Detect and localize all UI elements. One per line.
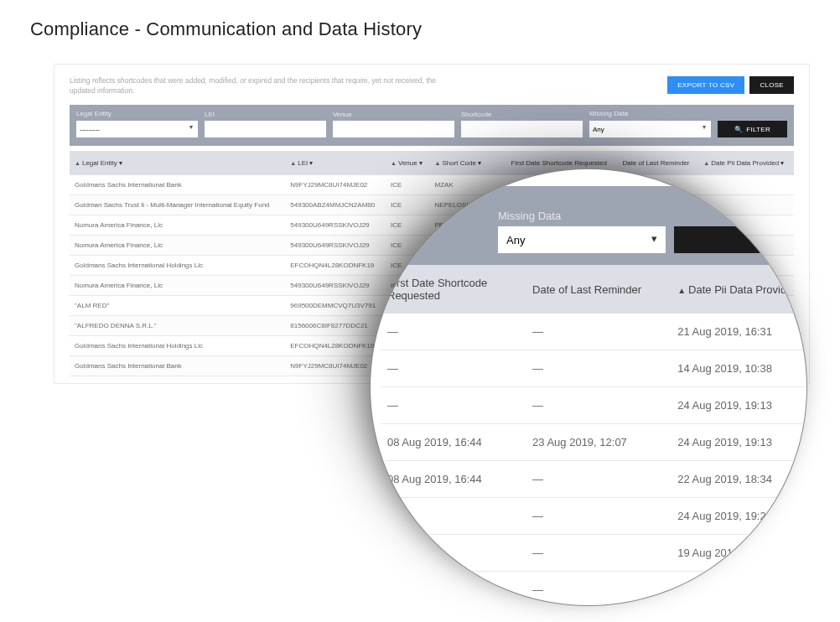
dropdown-icon: ▾: [309, 159, 313, 167]
close-button[interactable]: CLOSE: [749, 76, 794, 94]
cell-lei: 549300ABZ4MMJCN2AM80: [285, 195, 386, 215]
lens-row[interactable]: ——21 Aug 2019, 16:31: [381, 314, 806, 350]
lens-cell-pii: 21 Aug 2019, 16:31: [671, 314, 806, 350]
lens-cell-last: —: [526, 350, 671, 387]
lens-cell-first: 08 Aug 2019, 16:44: [381, 424, 526, 461]
lens-cell-last: —: [526, 461, 671, 498]
filter-button[interactable]: 🔍 FILTER: [718, 121, 787, 137]
col-short-code[interactable]: ▲Short Code ▾: [430, 151, 506, 175]
lens-cell-pii: 19 Aug 2019, 00:00: [671, 535, 806, 572]
col-venue[interactable]: ▲Venue ▾: [386, 151, 429, 175]
cell-lei: 549300U649RSSKIVOJ29: [285, 215, 386, 236]
lens-cell-last: —: [526, 314, 671, 350]
cell-entity: Nomura America Finance, Llc: [70, 276, 285, 296]
sort-icon: ▲: [703, 160, 709, 166]
lens-row[interactable]: 08 Aug 2019, 16:4423 Aug 2019, 12:0724 A…: [381, 424, 806, 461]
lens-cell-pii: 24 Aug 2019, 19:13: [671, 387, 806, 424]
shortcode-input[interactable]: [461, 121, 583, 137]
search-icon: 🔍: [734, 126, 743, 133]
lens-cell-pii: 14 Aug 2019, 10:38: [671, 350, 806, 387]
lens-cell-pii: —: [671, 572, 806, 606]
filter-label: Legal Entity: [76, 110, 198, 117]
cell-lei: 549300U649RSSKIVOJ29: [285, 236, 386, 256]
lens-cell-first: 08 Aug 2019, 16:44: [381, 461, 526, 498]
lens-table: First Date Shortcode Requested Date of L…: [381, 265, 806, 605]
lens-cell-first: —: [381, 350, 526, 387]
cell-entity: Nomura America Finance, Llc: [70, 215, 285, 236]
legal-entity-select[interactable]: ---------: [76, 121, 198, 137]
lens-row[interactable]: 08 Aug 2019, 16:44—22 Aug 2019, 18:34: [381, 461, 806, 498]
filter-bar: Legal Entity --------- LEI Venue Shortco…: [70, 105, 794, 147]
lens-cell-first: —: [381, 314, 526, 350]
sort-icon: ▲: [677, 286, 686, 295]
lens-cell-last: 23 Aug 2019, 12:07: [526, 424, 671, 461]
filter-venue: Venue: [333, 111, 454, 137]
cell-lei: EFCOHQN4L28KODNFK19: [285, 256, 386, 276]
lens-cell-last: —: [526, 572, 671, 606]
venue-input[interactable]: [333, 121, 454, 137]
filter-button-label: FILTER: [746, 126, 770, 133]
description-text: Listing reflects shortcodes that were ad…: [70, 76, 447, 96]
page-title: Compliance - Communication and Data Hist…: [0, 0, 840, 40]
cell-entity: Nomura America Finance, Llc: [70, 236, 285, 256]
filter-label: Venue: [333, 111, 454, 118]
lens-col-last[interactable]: Date of Last Reminder: [526, 265, 671, 314]
export-csv-button[interactable]: EXPORT TO CSV: [667, 76, 744, 94]
cell-entity: Goldmans Sachs International Bank: [70, 356, 285, 376]
cell-entity: Goldmans Sachs International Holdings Ll…: [70, 256, 285, 276]
filter-label: Shortcode: [461, 111, 583, 118]
filter-label: Missing Data: [589, 110, 711, 117]
lei-input[interactable]: [205, 121, 326, 137]
lens-col-first[interactable]: First Date Shortcode Requested: [381, 265, 526, 314]
cell-venue: ICE: [386, 215, 429, 236]
lens-row[interactable]: ——24 Aug 2019, 19:13: [381, 387, 806, 424]
cell-entity: Goldman Sachs Trust Ii - Multi-Manager I…: [70, 195, 285, 215]
col-lei[interactable]: ▲LEI ▾: [285, 151, 386, 175]
lens-filter-missing: Missing Data Any: [498, 210, 666, 253]
cell-pii: [698, 175, 794, 195]
filter-lei: LEI: [205, 111, 326, 137]
lens-cell-pii: 24 Aug 2019, 19:13: [671, 424, 806, 461]
sort-icon: ▲: [435, 160, 441, 166]
col-pii-provided[interactable]: ▲Date Pii Data Provided ▾: [698, 151, 794, 175]
filter-legal-entity: Legal Entity ---------: [76, 110, 198, 138]
sort-icon: ▲: [391, 160, 397, 166]
cell-lei: 969500DEMMCVQ7U3V791: [285, 296, 386, 316]
cell-entity: "ALM RED": [70, 296, 285, 316]
zoom-lens: Missing Data Any First Date Shortcode Re…: [371, 169, 806, 605]
lens-cell-first: —: [381, 387, 526, 424]
cell-entity: Goldmans Sachs International Bank: [70, 175, 285, 195]
lens-cell-last: —: [526, 387, 671, 424]
col-last-reminder[interactable]: Date of Last Reminder: [617, 151, 698, 175]
cell-lei: N9FYJ29MC8UI74MJE02: [285, 175, 386, 195]
panel-header: Listing reflects shortcodes that were ad…: [70, 76, 794, 96]
cell-entity: "ALFREDO DENNA S.R.L.": [70, 316, 285, 336]
filter-shortcode: Shortcode: [461, 111, 583, 137]
header-buttons: EXPORT TO CSV CLOSE: [667, 76, 794, 94]
missing-data-select[interactable]: Any: [589, 121, 711, 137]
sort-icon: ▲: [75, 160, 80, 166]
cell-lei: EFCOHQN4L28KODNFK19: [285, 336, 386, 356]
dropdown-icon: ▾: [478, 159, 481, 167]
filter-missing-data: Missing Data Any: [589, 110, 711, 138]
lens-row[interactable]: g 2019, 14:01——: [381, 572, 806, 606]
lens-filter-label: Missing Data: [498, 210, 666, 222]
lens-cell-last: —: [526, 535, 671, 572]
lens-cell-first: —: [381, 498, 526, 535]
lens-row[interactable]: ——24 Aug 2019, 19:21: [381, 498, 806, 535]
sort-icon: ▲: [290, 160, 296, 166]
lens-cell-first: —: [381, 535, 526, 572]
lens-cell-last: —: [526, 498, 671, 535]
lens-row[interactable]: ——14 Aug 2019, 10:38: [381, 350, 806, 387]
dropdown-icon: ▾: [780, 159, 784, 167]
lens-cell-pii: 24 Aug 2019, 19:21: [671, 498, 806, 535]
filter-label: LEI: [205, 111, 326, 118]
lens-cell-first: g 2019, 14:01: [381, 572, 526, 606]
cell-venue: ICE: [386, 175, 429, 195]
lens-missing-select[interactable]: Any: [498, 226, 666, 253]
col-legal-entity[interactable]: ▲Legal Entity ▾: [70, 151, 285, 175]
lens-row[interactable]: ——19 Aug 2019, 00:00: [381, 535, 806, 572]
dropdown-icon: ▾: [419, 159, 423, 167]
cell-venue: ICE: [386, 195, 429, 215]
cell-lei: 549300U649RSSKIVOJ29: [285, 276, 386, 296]
